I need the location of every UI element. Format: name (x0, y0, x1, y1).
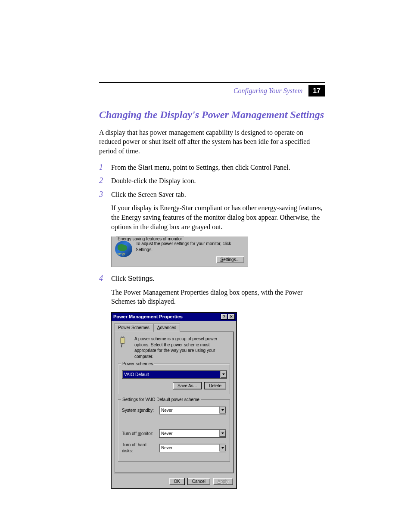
save-as-button[interactable]: Save As... (173, 382, 202, 389)
cancel-button[interactable]: Cancel (187, 478, 210, 485)
disks-select[interactable]: Never (159, 444, 226, 452)
step-1: 1 From the Start menu, point to Settings… (99, 163, 325, 172)
ok-button[interactable]: OK (169, 478, 184, 485)
tab-advanced[interactable]: Advanced (153, 324, 180, 332)
monitor-label: Turn off monitor: (122, 431, 157, 437)
step-3-text: Click the Screen Saver tab. (111, 191, 186, 198)
power-schemes-group: Power schemes VAIO Default Save As... De… (118, 364, 230, 394)
svg-rect-2 (123, 336, 124, 338)
apply-button[interactable]: Apply (213, 478, 233, 485)
page-header: Configuring Your System 17 (99, 85, 325, 96)
svg-rect-1 (121, 336, 122, 338)
step-number: 1 (99, 163, 105, 172)
scheme-select-value: VAIO Default (122, 372, 220, 378)
step-4-prefix: Click (111, 275, 128, 282)
step-1-suffix: menu, point to Settings, then click Cont… (153, 164, 290, 171)
tab-panel: A power scheme is a group of preset powe… (114, 331, 234, 473)
delete-button[interactable]: Delete (204, 382, 226, 389)
step-number: 3 (99, 190, 105, 267)
schemes-legend: Power schemes (121, 361, 154, 367)
step-number: 4 (99, 274, 105, 489)
scheme-settings-group: Settings for VAIO Default power scheme S… (118, 399, 230, 462)
dialog-titlebar: Power Management Properties ? ✕ (112, 313, 237, 321)
steps-list: 1 From the Start menu, point to Settings… (99, 163, 325, 489)
step-4-extra: The Power Management Properties dialog b… (111, 288, 325, 306)
intro-text: A display that has power management capa… (99, 128, 325, 156)
pmp-description: A power scheme is a group of preset powe… (134, 336, 230, 359)
page-title: Changing the Display's Power Management … (99, 109, 325, 121)
settings-legend: Settings for VAIO Default power scheme (121, 397, 201, 403)
step-1-bold: Start (138, 164, 153, 171)
power-plug-icon (118, 336, 130, 348)
step-2-text: Double-click the Display icon. (111, 176, 325, 186)
disks-label: Turn off hard disks: (122, 442, 157, 454)
step-4: 4 Click Settings. The Power Management P… (99, 274, 325, 489)
step-2: 2 Double-click the Display icon. (99, 176, 325, 186)
esf-text: To adjust the power settings for your mo… (136, 241, 244, 252)
tab-power-schemes[interactable]: Power Schemes (114, 324, 153, 332)
step-4-bold: Settings (128, 275, 153, 282)
header-rule (99, 82, 325, 83)
close-icon[interactable]: ✕ (228, 314, 235, 320)
scheme-select[interactable]: VAIO Default (122, 370, 227, 379)
step-4-suffix: . (153, 275, 154, 282)
chevron-down-icon[interactable] (219, 445, 226, 451)
page-number: 17 (308, 85, 325, 96)
standby-value: Never (159, 408, 219, 414)
standby-label: System standby: (122, 408, 157, 414)
energy-saving-groupbox: Energy saving features of monitor To adj… (111, 236, 248, 267)
monitor-select[interactable]: Never (159, 429, 226, 438)
step-1-prefix: From the (111, 164, 138, 171)
chevron-down-icon[interactable] (220, 371, 227, 378)
help-icon[interactable]: ? (221, 314, 227, 320)
svg-rect-0 (120, 338, 125, 344)
step-3: 3 Click the Screen Saver tab. If your di… (99, 190, 325, 267)
section-name: Configuring Your System (234, 87, 302, 95)
step-number: 2 (99, 176, 105, 186)
disks-value: Never (159, 445, 219, 451)
esf-settings-button[interactable]: Settings... (216, 256, 244, 263)
energy-star-icon (115, 241, 132, 257)
standby-select[interactable]: Never (159, 406, 226, 414)
chevron-down-icon[interactable] (219, 430, 226, 437)
power-management-dialog: Power Management Properties ? ✕ Power Sc… (111, 312, 237, 489)
monitor-value: Never (159, 431, 219, 437)
dialog-title: Power Management Properties (113, 314, 183, 320)
tab-strip: Power Schemes Advanced (114, 324, 234, 332)
chevron-down-icon[interactable] (219, 407, 226, 414)
step-3-extra: If your display is Energy-Star compliant… (111, 203, 325, 231)
